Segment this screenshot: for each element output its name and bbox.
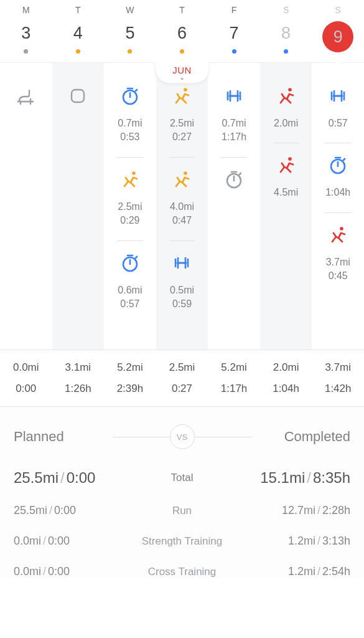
day-number: 6 bbox=[156, 24, 208, 43]
day-number: 3 bbox=[0, 24, 52, 43]
summary-cell[interactable]: 5.2mi 2:39h bbox=[104, 361, 156, 395]
rest-icon bbox=[2, 84, 50, 108]
activity-distance: 0.5mi bbox=[159, 283, 206, 297]
pvc-header: Planned vs Completed bbox=[14, 424, 350, 449]
completed-value: 15.1mi/8:35h bbox=[234, 469, 350, 487]
activity-distance: 0.7mi bbox=[210, 117, 258, 130]
activity-slot[interactable]: 2.5mi 0:27 bbox=[156, 77, 208, 155]
completed-value: 1.2mi/3:13h bbox=[234, 535, 350, 548]
timer-icon bbox=[210, 168, 258, 191]
activity-distance: 4.0mi bbox=[159, 200, 206, 214]
summary-cell[interactable]: 3.1mi 1:26h bbox=[52, 361, 105, 395]
activity-time: 0:57 bbox=[106, 297, 154, 311]
pvc-category: Cross Training bbox=[130, 566, 235, 578]
slot-divider bbox=[325, 143, 351, 143]
day-number: 5 bbox=[104, 24, 156, 43]
activity-distance: 3.7mi bbox=[314, 255, 362, 269]
run-icon bbox=[263, 84, 310, 108]
activity-time: 0:53 bbox=[106, 130, 154, 144]
day-of-week: M bbox=[0, 5, 52, 15]
summary-time: 0:27 bbox=[156, 383, 208, 395]
completed-label: Completed bbox=[251, 429, 350, 445]
calendar-day[interactable]: F 7 bbox=[208, 5, 260, 54]
activity-slot[interactable]: 0.6mi 0:57 bbox=[104, 244, 156, 321]
run-icon bbox=[314, 223, 362, 247]
day-number: 9 bbox=[322, 21, 353, 52]
calendar-day[interactable]: S 8 bbox=[260, 5, 312, 54]
divider bbox=[113, 437, 169, 437]
activity-slot[interactable]: 0.7mi 0:53 bbox=[104, 77, 156, 155]
calendar-day[interactable]: W 5 bbox=[104, 5, 156, 54]
day-dot bbox=[128, 49, 132, 54]
dumbbell-icon bbox=[314, 84, 362, 108]
track-icon bbox=[55, 84, 102, 108]
activity-slot[interactable] bbox=[52, 77, 105, 126]
activity-distance: 2.5mi bbox=[106, 200, 154, 214]
activity-distance: 0.6mi bbox=[106, 283, 154, 297]
day-dot bbox=[180, 49, 184, 54]
calendar-day[interactable]: M 3 bbox=[0, 5, 52, 54]
activity-time: 1:17h bbox=[210, 130, 258, 144]
day-dot bbox=[76, 49, 80, 54]
summary-distance: 2.0mi bbox=[260, 361, 312, 374]
day-of-week: T bbox=[156, 5, 208, 15]
activity-slot[interactable]: 0.5mi 0:59 bbox=[156, 244, 208, 321]
slot-divider bbox=[117, 240, 143, 241]
day-column: 0.7mi 1:17h bbox=[208, 63, 260, 350]
activity-slot[interactable] bbox=[208, 160, 260, 210]
summary-distance: 3.1mi bbox=[52, 361, 105, 374]
summary-cell[interactable]: 2.5mi 0:27 bbox=[156, 361, 208, 395]
summary-cell[interactable]: 3.7mi 1:42h bbox=[312, 361, 364, 395]
summary-distance: 0.0mi bbox=[0, 361, 52, 374]
pvc-row: 25.5mi/0:00 Total 15.1mi/8:35h bbox=[14, 469, 350, 487]
day-dot bbox=[24, 49, 28, 54]
activity-slot[interactable]: 4.0mi 0:47 bbox=[156, 160, 208, 238]
day-number: 4 bbox=[52, 24, 105, 43]
summary-time: 2:39h bbox=[104, 383, 156, 395]
day-column bbox=[0, 63, 52, 350]
day-of-week: W bbox=[104, 5, 156, 15]
summary-distance: 3.7mi bbox=[312, 361, 364, 374]
activity-distance: 2.5mi bbox=[159, 117, 206, 130]
planned-value: 25.5mi/0:00 bbox=[14, 504, 130, 517]
planned-vs-completed: Planned vs Completed 25.5mi/0:00 Total 1… bbox=[0, 407, 364, 578]
summary-cell[interactable]: 5.2mi 1:17h bbox=[208, 361, 260, 395]
activity-time: 1:04h bbox=[314, 186, 362, 199]
activity-time: 0:29 bbox=[106, 214, 154, 227]
slot-divider bbox=[117, 157, 143, 158]
activity-time: 0:45 bbox=[314, 269, 362, 283]
calendar-day[interactable]: S 9 bbox=[312, 5, 364, 54]
month-selector[interactable]: JUN ⌄ bbox=[154, 62, 210, 83]
activity-slot[interactable]: 4.5mi bbox=[260, 146, 312, 209]
day-of-week: T bbox=[52, 5, 105, 15]
timer-icon bbox=[106, 84, 154, 108]
day-number: 8 bbox=[260, 24, 312, 43]
activity-slot[interactable]: 2.0mi bbox=[260, 77, 312, 140]
run-icon bbox=[159, 84, 206, 108]
activity-distance: 0.7mi bbox=[106, 117, 154, 130]
activity-slot[interactable]: 2.5mi 0:29 bbox=[104, 160, 156, 238]
dumbbell-icon bbox=[159, 251, 206, 275]
summary-cell[interactable]: 2.0mi 1:04h bbox=[260, 361, 312, 395]
activity-slot[interactable] bbox=[0, 77, 52, 126]
planned-value: 0.0mi/0:00 bbox=[14, 535, 130, 548]
activity-time: 0:57 bbox=[314, 117, 362, 130]
calendar-day[interactable]: T 6 bbox=[156, 5, 208, 54]
day-column: 0:57 1:04h 3.7mi 0:45 bbox=[312, 63, 364, 350]
slot-divider bbox=[169, 240, 195, 241]
day-column: 2.0mi 4.5mi bbox=[260, 63, 312, 350]
summary-cell[interactable]: 0.0mi 0:00 bbox=[0, 361, 52, 395]
pvc-vs-wrap: vs bbox=[113, 424, 251, 449]
summary-row: 0.0mi 0:00 3.1mi 1:26h 5.2mi 2:39h 2.5mi… bbox=[0, 350, 364, 407]
day-dot bbox=[284, 49, 288, 54]
activity-slot[interactable]: 0:57 bbox=[312, 77, 364, 140]
activity-slot[interactable]: 0.7mi 1:17h bbox=[208, 77, 260, 155]
run-icon bbox=[263, 153, 310, 177]
activity-slot[interactable]: 3.7mi 0:45 bbox=[312, 216, 364, 293]
calendar-day[interactable]: T 4 bbox=[52, 5, 105, 54]
day-column: 2.5mi 0:27 4.0mi 0:47 0.5mi 0:59 bbox=[156, 63, 208, 350]
activity-time: 0:27 bbox=[159, 130, 206, 144]
summary-distance: 2.5mi bbox=[156, 361, 208, 374]
planned-value: 25.5mi/0:00 bbox=[14, 469, 130, 487]
activity-slot[interactable]: 1:04h bbox=[312, 146, 364, 209]
